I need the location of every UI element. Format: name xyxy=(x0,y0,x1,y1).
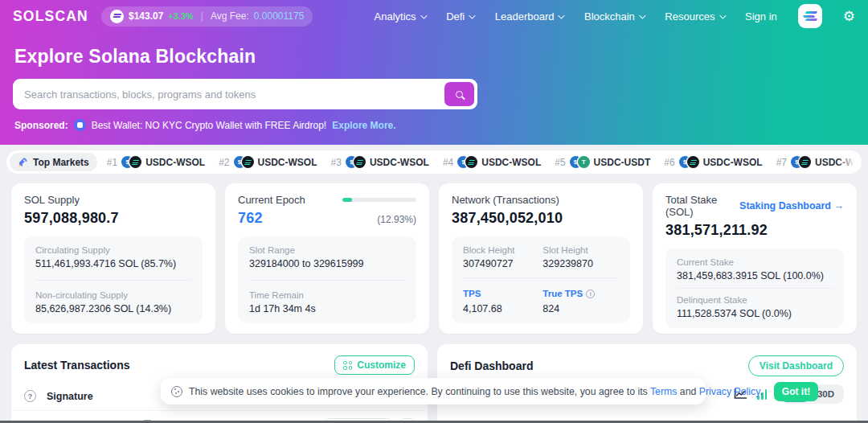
cookie-text: This website uses cookies to improve you… xyxy=(189,386,763,397)
page: SOLSCAN $143.07 +3.3% | Avg Fee: 0.00001… xyxy=(0,0,868,423)
sponsored-row: Sponsored: Best Wallet: NO KYC Crypto Wa… xyxy=(13,119,855,131)
market-item[interactable]: #4 USDC-WSOL xyxy=(443,156,541,168)
defi-dashboard-title: Defi Dashboard xyxy=(450,359,533,372)
avg-fee-value: 0.00001175 xyxy=(254,10,305,22)
sponsored-text: Best Wallet: NO KYC Crypto Wallet with F… xyxy=(92,120,327,131)
epoch-progress-bar xyxy=(342,198,416,202)
chevron-down-icon xyxy=(639,12,645,18)
sign-in-link[interactable]: Sign in xyxy=(745,10,777,23)
visit-dashboard-button[interactable]: Visit Dashboard xyxy=(748,355,844,376)
epoch-percent: (12.93%) xyxy=(377,214,416,225)
staking-dashboard-link[interactable]: Staking Dashboard → xyxy=(739,200,844,212)
chevron-down-icon xyxy=(559,12,565,18)
sol-price: $143.07 xyxy=(129,10,163,22)
avg-fee-label: Avg Fee: xyxy=(211,10,249,22)
true-tps-link[interactable]: True TPS i xyxy=(542,289,595,298)
gear-icon[interactable]: ⚙ xyxy=(843,10,855,23)
cookie-icon xyxy=(171,386,182,397)
nav-analytics[interactable]: Analytics xyxy=(375,10,426,23)
solana-coin-icon xyxy=(110,10,124,23)
sponsored-label: Sponsored: xyxy=(14,120,68,131)
epoch-progress-fill xyxy=(342,198,352,202)
search-bar xyxy=(13,79,477,109)
market-item[interactable]: #6 USDC-WSOL xyxy=(664,156,762,168)
search-icon xyxy=(456,91,463,98)
main-nav: Analytics Defi Leaderboard Blockchain Re… xyxy=(375,4,855,28)
help-icon[interactable]: ? xyxy=(24,390,36,402)
top-markets-ticker: Top Markets #1 USDC-WSOL #2 USDC-WSOL #3… xyxy=(6,150,862,174)
wsol-coin-icon xyxy=(129,156,141,168)
chevron-down-icon xyxy=(469,12,476,18)
stat-cards: SOL Supply 597,088,980.7 Circulating Sup… xyxy=(11,183,857,334)
sol-price-change: +3.3% xyxy=(168,11,194,21)
sol-supply-value: 597,088,980.7 xyxy=(24,210,119,227)
total-stake-card: Total Stake (SOL) Staking Dashboard → 38… xyxy=(653,183,857,334)
signature-column-header: Signature xyxy=(47,391,93,402)
page-title: Explore Solana Blockchain xyxy=(14,46,855,68)
market-item[interactable]: #3 USDC-WSOL xyxy=(331,156,429,168)
network-details: Block Height 307490727 Slot Height 32923… xyxy=(452,236,630,323)
wsol-coin-icon xyxy=(465,156,477,168)
chevron-down-icon xyxy=(420,12,427,18)
nav-leaderboard[interactable]: Leaderboard xyxy=(495,10,563,23)
privacy-policy-link[interactable]: Privacy Policy xyxy=(699,386,760,397)
terms-link[interactable]: Terms xyxy=(650,386,677,397)
wsol-coin-icon xyxy=(354,156,366,168)
arrow-right-icon: → xyxy=(834,200,845,212)
sol-supply-details: Circulating Supply 511,461,993.4716 SOL … xyxy=(24,236,203,323)
search-input[interactable] xyxy=(24,88,444,101)
market-item[interactable]: #1 USDC-WSOL xyxy=(107,156,205,168)
latest-transactions-title: Latest Transactions xyxy=(24,359,130,372)
customize-button[interactable]: Customize xyxy=(334,355,415,375)
got-it-button[interactable]: Got it! xyxy=(774,382,818,401)
customize-grid-icon xyxy=(343,361,352,370)
divider xyxy=(249,280,405,281)
cookie-banner: This website uses cookies to improve you… xyxy=(161,378,706,405)
market-item[interactable]: #5 USDC-USDT xyxy=(555,156,650,168)
network-transactions-card: Network (Transactions) 387,450,052,010 B… xyxy=(439,183,643,334)
hero: SOLSCAN $143.07 +3.3% | Avg Fee: 0.00001… xyxy=(0,0,868,145)
wsol-coin-icon xyxy=(687,156,699,168)
divider xyxy=(463,277,619,278)
topbar: SOLSCAN $143.07 +3.3% | Avg Fee: 0.00001… xyxy=(13,0,855,32)
info-icon[interactable]: i xyxy=(586,290,595,298)
card-title: Network (Transactions) xyxy=(452,194,559,206)
wsol-coin-icon xyxy=(799,156,811,168)
usdt-coin-icon xyxy=(578,156,590,168)
total-stake-value: 381,571,211.92 xyxy=(665,222,768,239)
tps-link[interactable]: TPS xyxy=(463,289,481,298)
market-item[interactable]: #2 USDC-WSOL xyxy=(219,156,317,168)
nav-resources[interactable]: Resources xyxy=(665,10,724,23)
sol-price-pill: $143.07 +3.3% | Avg Fee: 0.00001175 xyxy=(101,6,313,27)
card-title: Total Stake (SOL) xyxy=(665,194,739,218)
nav-defi[interactable]: Defi xyxy=(446,10,474,23)
card-title: SOL Supply xyxy=(24,194,80,206)
solscan-logo[interactable]: SOLSCAN xyxy=(13,8,88,25)
sol-supply-card: SOL Supply 597,088,980.7 Circulating Sup… xyxy=(11,183,215,334)
stake-details: Current Stake 381,459,683.3915 SOL (100.… xyxy=(665,248,844,328)
card-title: Current Epoch xyxy=(238,194,305,206)
pill-divider: | xyxy=(199,10,206,22)
ticker-fade xyxy=(837,150,862,174)
chevron-down-icon xyxy=(719,12,726,18)
sponsored-explore-link[interactable]: Explore More. xyxy=(332,120,395,131)
search-button[interactable] xyxy=(444,82,474,106)
divider xyxy=(35,280,191,281)
rocket-icon xyxy=(18,157,28,167)
current-epoch-card: Current Epoch 762 (12.93%) Slot Range 32… xyxy=(225,183,429,334)
epoch-value[interactable]: 762 xyxy=(238,210,263,227)
top-markets-chip[interactable]: Top Markets xyxy=(10,153,97,171)
divider xyxy=(677,288,833,289)
nav-blockchain[interactable]: Blockchain xyxy=(584,10,644,23)
solana-menu-button[interactable] xyxy=(798,4,822,28)
wallet-icon xyxy=(74,119,86,131)
ticker-items: #1 USDC-WSOL #2 USDC-WSOL #3 USDC-WSOL #… xyxy=(107,156,862,168)
network-transactions-value: 387,450,052,010 xyxy=(452,210,563,227)
wsol-coin-icon xyxy=(242,156,254,168)
epoch-details: Slot Range 329184000 to 329615999 Time R… xyxy=(238,236,416,323)
